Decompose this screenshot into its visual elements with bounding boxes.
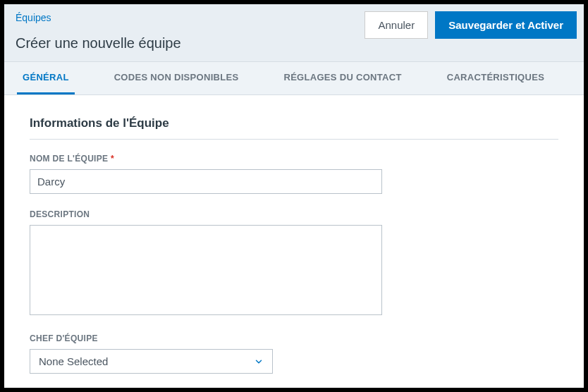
save-activate-button[interactable]: Sauvegarder et Activer bbox=[435, 11, 577, 39]
description-label: DESCRIPTION bbox=[30, 209, 558, 219]
team-name-input[interactable] bbox=[30, 169, 382, 194]
description-textarea[interactable] bbox=[30, 225, 382, 315]
section-title: Informations de l'Équipe bbox=[30, 116, 558, 140]
tab-contact-settings[interactable]: RÉGLAGES DU CONTACT bbox=[278, 62, 407, 94]
cancel-button[interactable]: Annuler bbox=[365, 11, 428, 39]
breadcrumb-link[interactable]: Équipes bbox=[16, 12, 51, 23]
chevron-down-icon bbox=[254, 357, 264, 367]
tab-codes-unavailable[interactable]: CODES NON DISPONIBLES bbox=[109, 62, 245, 94]
team-name-label: NOM DE L'ÉQUIPE * bbox=[30, 154, 558, 164]
required-indicator: * bbox=[111, 154, 114, 164]
tab-bar: GÉNÉRAL CODES NON DISPONIBLES RÉGLAGES D… bbox=[4, 61, 584, 95]
team-lead-selected-text: None Selected bbox=[39, 355, 108, 367]
tab-general[interactable]: GÉNÉRAL bbox=[17, 62, 75, 94]
team-name-label-text: NOM DE L'ÉQUIPE bbox=[30, 154, 108, 164]
team-lead-label: CHEF D'ÉQUIPE bbox=[30, 333, 558, 343]
tab-characteristics[interactable]: CARACTÉRISTIQUES bbox=[441, 62, 550, 94]
team-lead-select[interactable]: None Selected bbox=[30, 349, 273, 374]
